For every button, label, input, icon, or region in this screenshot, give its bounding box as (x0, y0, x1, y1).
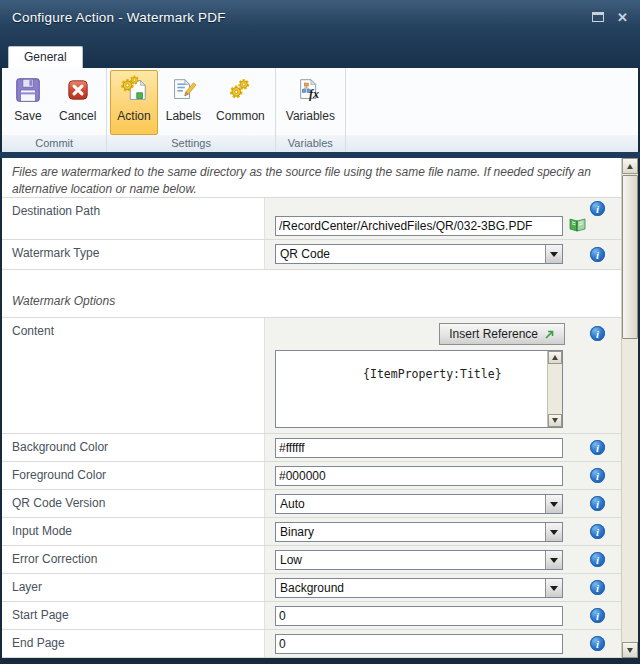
qr-code-version-info-icon[interactable]: i (590, 496, 605, 511)
chevron-down-icon[interactable] (545, 245, 562, 263)
browse-path-icon[interactable] (569, 217, 586, 236)
field-row-content: Content i Insert Reference {ItemProperty… (2, 318, 621, 434)
common-icon (224, 74, 256, 106)
action-button[interactable]: Action (110, 70, 157, 135)
save-button-label: Save (14, 109, 41, 123)
labels-button-label: Labels (166, 109, 201, 123)
save-icon (12, 74, 44, 106)
configure-action-dialog: Configure Action - Watermark PDF ✕ Gener… (0, 0, 640, 664)
common-button-label: Common (216, 109, 265, 123)
dialog-header: Configure Action - Watermark PDF ✕ Gener… (0, 0, 640, 68)
foreground-color-label: Foreground Color (2, 462, 264, 489)
destination-path-input[interactable] (275, 216, 563, 236)
variables-icon: fx (294, 74, 326, 106)
field-row-foreground-color: Foreground Color i (2, 462, 621, 490)
input-mode-info-icon[interactable]: i (590, 524, 605, 539)
chevron-down-icon[interactable] (545, 551, 562, 569)
ribbon-filler (346, 68, 638, 152)
close-icon[interactable]: ✕ (617, 11, 628, 24)
variables-button-label: Variables (286, 109, 335, 123)
input-mode-select[interactable]: Binary (275, 522, 563, 542)
content-text: {ItemProperty:Title} (363, 367, 501, 381)
scrollbar-thumb[interactable] (622, 175, 638, 339)
ribbon: Save Cancel Commit (2, 68, 638, 152)
input-mode-label: Input Mode (2, 518, 264, 545)
qr-code-version-value: Auto (276, 495, 545, 513)
foreground-color-info-icon[interactable]: i (590, 468, 605, 483)
action-icon (118, 74, 150, 106)
end-page-info-icon[interactable]: i (590, 636, 605, 651)
qr-code-version-select[interactable]: Auto (275, 494, 563, 514)
cancel-icon (62, 74, 94, 106)
error-correction-value: Low (276, 551, 545, 569)
foreground-color-input[interactable] (275, 466, 563, 486)
field-row-error-correction: Error Correction Low i (2, 546, 621, 574)
save-button[interactable]: Save (5, 70, 51, 135)
labels-button[interactable]: Labels (159, 70, 208, 135)
watermark-type-select[interactable]: QR Code (275, 244, 563, 264)
cancel-button-label: Cancel (59, 109, 96, 123)
input-mode-value: Binary (276, 523, 545, 541)
chevron-down-icon[interactable] (545, 495, 562, 513)
common-button[interactable]: Common (209, 70, 272, 135)
content-info-icon[interactable]: i (590, 326, 605, 341)
content-textarea-scrollbar[interactable] (547, 351, 562, 427)
action-button-label: Action (117, 109, 150, 123)
insert-reference-label: Insert Reference (449, 327, 538, 341)
start-page-label: Start Page (2, 602, 264, 629)
tab-general[interactable]: General (8, 46, 83, 68)
ribbon-group-variables: fx Variables Variables (276, 68, 346, 152)
cancel-button[interactable]: Cancel (52, 70, 103, 135)
section-watermark-options: Watermark Options (2, 270, 621, 318)
scroll-down-icon[interactable] (548, 414, 562, 427)
start-page-input[interactable] (275, 606, 563, 626)
field-row-start-page: Start Page i (2, 602, 621, 630)
error-correction-select[interactable]: Low (275, 550, 563, 570)
dialog-title: Configure Action - Watermark PDF (12, 10, 226, 25)
field-row-qr-code-version: QR Code Version Auto i (2, 490, 621, 518)
end-page-label: End Page (2, 630, 264, 657)
scroll-up-icon[interactable] (548, 351, 562, 364)
ribbon-group-settings: Action (107, 68, 275, 152)
layer-value: Background (276, 579, 545, 597)
scroll-up-icon[interactable] (622, 158, 638, 174)
qr-code-version-label: QR Code Version (2, 490, 264, 517)
error-correction-label: Error Correction (2, 546, 264, 573)
labels-icon (167, 74, 199, 106)
layer-label: Layer (2, 574, 264, 601)
maximize-icon[interactable] (592, 12, 604, 22)
ribbon-group-label-settings: Settings (107, 135, 274, 152)
watermark-type-label: Watermark Type (2, 240, 264, 269)
content-label: Content (2, 318, 264, 433)
layer-select[interactable]: Background (275, 578, 563, 598)
destination-path-info-icon[interactable]: i (590, 201, 605, 216)
chevron-down-icon[interactable] (545, 523, 562, 541)
field-row-destination-path: Destination Path i (2, 198, 621, 240)
insert-reference-button[interactable]: Insert Reference (439, 323, 565, 345)
ribbon-group-label-variables: Variables (276, 135, 345, 152)
field-row-end-page: End Page i (2, 630, 621, 658)
layer-info-icon[interactable]: i (590, 580, 605, 595)
content-textarea[interactable]: {ItemProperty:Title} (275, 350, 563, 428)
watermark-type-value: QR Code (276, 245, 545, 263)
field-row-background-color: Background Color i (2, 434, 621, 462)
background-color-info-icon[interactable]: i (590, 440, 605, 455)
variables-button[interactable]: fx Variables (279, 70, 342, 135)
scroll-down-icon[interactable] (622, 642, 638, 658)
vertical-scrollbar[interactable] (621, 158, 638, 658)
background-color-input[interactable] (275, 438, 563, 458)
chevron-down-icon[interactable] (545, 579, 562, 597)
watermark-type-info-icon[interactable]: i (590, 247, 605, 262)
start-page-info-icon[interactable]: i (590, 608, 605, 623)
field-row-watermark-type: Watermark Type QR Code i (2, 240, 621, 270)
end-page-input[interactable] (275, 634, 563, 654)
error-correction-info-icon[interactable]: i (590, 552, 605, 567)
svg-text:fx: fx (309, 87, 319, 101)
destination-path-label: Destination Path (2, 198, 264, 239)
ribbon-group-label-commit: Commit (2, 135, 106, 152)
insert-reference-arrow-icon (544, 329, 555, 340)
background-color-label: Background Color (2, 434, 264, 461)
title-bar: Configure Action - Watermark PDF ✕ (0, 0, 640, 34)
field-row-input-mode: Input Mode Binary i (2, 518, 621, 546)
window-controls: ✕ (592, 11, 628, 24)
